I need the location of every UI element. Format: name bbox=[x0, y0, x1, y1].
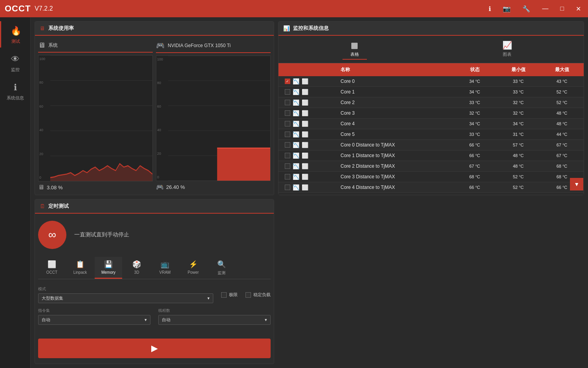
mode-select[interactable]: 大型数据集 ▾ bbox=[38, 293, 213, 303]
row-graph-icon[interactable]: 📉 bbox=[293, 89, 299, 95]
row-display-icon[interactable]: ⬜ bbox=[302, 89, 308, 95]
row-state: 34 °C bbox=[453, 76, 496, 87]
row-checkbox[interactable] bbox=[285, 110, 290, 116]
gpu-chart-section: 🎮 NVIDIA GeForce GTX 1050 Ti 10080604020… bbox=[156, 39, 271, 192]
test-tab-vram[interactable]: 📺 VRAM bbox=[151, 257, 179, 279]
row-checkbox[interactable] bbox=[285, 185, 290, 190]
row-display-icon[interactable]: ⬜ bbox=[302, 131, 308, 137]
row-name: Core 1 Distance to TjMAX bbox=[337, 150, 453, 161]
start-button[interactable]: ▶ bbox=[38, 339, 271, 358]
minimize-button[interactable]: — bbox=[540, 4, 551, 13]
row-checkbox[interactable] bbox=[285, 153, 290, 158]
row-graph-icon[interactable]: 📉 bbox=[293, 131, 299, 137]
row-graph-icon[interactable]: 📉 bbox=[293, 78, 299, 84]
mode-label: 模式 bbox=[38, 286, 213, 292]
row-graph-icon[interactable]: 📉 bbox=[293, 163, 299, 169]
row-display-icon[interactable]: ⬜ bbox=[302, 184, 308, 190]
row-name: Core 4 Distance to TjMAX bbox=[337, 182, 453, 193]
row-name: Core 2 bbox=[337, 97, 453, 108]
maximize-button[interactable]: □ bbox=[558, 4, 566, 13]
row-display-icon[interactable]: ⬜ bbox=[302, 152, 308, 159]
infinity-text: 一直测试直到手动停止 bbox=[74, 231, 129, 238]
sidebar-item-sysinfo[interactable]: ℹ 系统信息 bbox=[0, 78, 30, 104]
row-max: 52 °C bbox=[540, 87, 584, 97]
tab-chart[interactable]: 📈 图表 bbox=[495, 39, 520, 60]
settings-icon[interactable]: 🔧 bbox=[520, 4, 533, 13]
sidebar-item-monitor[interactable]: 👁 监控 bbox=[0, 49, 30, 76]
gpu-y-labels: 100806040200 bbox=[156, 56, 168, 181]
row-min: 48 °C bbox=[496, 150, 540, 161]
row-graph-icon[interactable]: 📉 bbox=[293, 142, 299, 148]
row-graph-icon[interactable]: 📉 bbox=[293, 174, 299, 180]
test-tab-3d[interactable]: 🎲 3D bbox=[123, 257, 150, 279]
row-graph-icon[interactable]: 📉 bbox=[293, 110, 299, 116]
start-button-row: ▶ bbox=[38, 336, 271, 361]
tab-table[interactable]: ▦ 表格 bbox=[343, 39, 367, 60]
row-controls-cell: 📉 ⬜ bbox=[278, 76, 337, 87]
memory-tab-icon: 💾 bbox=[104, 260, 113, 269]
monitoring-table: 名称 状态 最小值 最大值 📉 ⬜ Core 034 °C33 °C43 °C … bbox=[278, 63, 584, 195]
svg-marker-6 bbox=[50, 164, 152, 181]
info-icon[interactable]: ℹ bbox=[486, 4, 493, 13]
row-checkbox[interactable] bbox=[285, 100, 290, 105]
stable-checkbox-group[interactable]: 稳定负载 bbox=[245, 292, 271, 298]
row-checkbox[interactable] bbox=[285, 121, 290, 126]
extreme-checkbox-group[interactable]: 极限 bbox=[221, 292, 238, 298]
row-checkbox[interactable] bbox=[285, 79, 290, 84]
sidebar-label-monitor: 监控 bbox=[11, 67, 20, 73]
instruction-group: 指令集 自动 ▾ bbox=[38, 308, 150, 325]
thread-select[interactable]: 自动 ▾ bbox=[158, 315, 271, 325]
row-checkbox[interactable] bbox=[285, 163, 290, 169]
extreme-checkbox[interactable] bbox=[221, 292, 227, 298]
thread-chevron-icon: ▾ bbox=[265, 317, 267, 322]
test-tab-monitor[interactable]: 🔍 监测 bbox=[208, 257, 235, 279]
row-graph-icon[interactable]: 📉 bbox=[293, 121, 299, 127]
row-display-icon[interactable]: ⬜ bbox=[302, 121, 308, 127]
row-graph-icon[interactable]: 📉 bbox=[293, 99, 299, 106]
sidebar: 🔥 测试 👁 监控 ℹ 系统信息 bbox=[0, 17, 31, 368]
table-row: 📉 ⬜ Core 233 °C32 °C52 °C bbox=[278, 97, 584, 108]
row-checkbox[interactable] bbox=[285, 174, 290, 179]
svg-marker-13 bbox=[217, 148, 270, 181]
row-state: 33 °C bbox=[453, 129, 496, 140]
row-min: 56 °C bbox=[496, 193, 540, 195]
stable-checkbox[interactable] bbox=[245, 292, 251, 298]
row-display-icon[interactable]: ⬜ bbox=[302, 174, 308, 180]
test-tab-memory[interactable]: 💾 Memory bbox=[95, 257, 122, 279]
row-display-icon[interactable]: ⬜ bbox=[302, 78, 308, 84]
linpack-tab-icon: 📋 bbox=[76, 260, 84, 269]
row-controls: 📉 ⬜ bbox=[282, 152, 333, 159]
table-row: 📉 ⬜ Core 0 Distance to TjMAX66 °C57 °C67… bbox=[278, 140, 584, 150]
filter-button[interactable]: ▼ bbox=[570, 178, 583, 190]
timer-test-panel: 🗓 定时测试 ∞ 一直测试直到手动停止 ⬜ OCCT bbox=[35, 199, 274, 364]
row-graph-icon[interactable]: 📉 bbox=[293, 152, 299, 159]
test-tab-occt[interactable]: ⬜ OCCT bbox=[38, 257, 66, 279]
row-checkbox[interactable] bbox=[285, 142, 290, 148]
row-max: 43 °C bbox=[540, 76, 584, 87]
row-display-icon[interactable]: ⬜ bbox=[302, 110, 308, 116]
row-max: 48 °C bbox=[540, 108, 584, 119]
row-display-icon[interactable]: ⬜ bbox=[302, 163, 308, 169]
timer-test-header: 🗓 定时测试 bbox=[35, 200, 274, 214]
occt-tab-icon: ⬜ bbox=[48, 260, 56, 269]
col-max: 最大值 bbox=[540, 63, 584, 76]
camera-icon[interactable]: 📷 bbox=[500, 4, 513, 13]
test-tab-vram-label: VRAM bbox=[159, 270, 171, 275]
system-usage-panel: 🖥 系统使用率 🖥 系统 10080604 bbox=[35, 21, 274, 195]
row-controls-cell: 📉 ⬜ bbox=[278, 140, 337, 150]
close-button[interactable]: ✕ bbox=[573, 4, 583, 13]
row-checkbox[interactable] bbox=[285, 89, 290, 95]
row-graph-icon[interactable]: 📉 bbox=[293, 184, 299, 190]
monitoring-tabs: ▦ 表格 📈 图表 bbox=[278, 36, 584, 63]
test-tab-power[interactable]: ⚡ Power bbox=[180, 257, 207, 279]
instruction-select[interactable]: 自动 ▾ bbox=[38, 315, 150, 325]
titlebar: OCCT V7.2.2 ℹ 📷 🔧 — □ ✕ bbox=[0, 0, 588, 17]
row-display-icon[interactable]: ⬜ bbox=[302, 99, 308, 106]
row-checkbox[interactable] bbox=[285, 132, 290, 137]
row-display-icon[interactable]: ⬜ bbox=[302, 142, 308, 148]
test-tab-linpack[interactable]: 📋 Linpack bbox=[66, 257, 94, 279]
monitoring-table-wrapper: 名称 状态 最小值 最大值 📉 ⬜ Core 034 °C33 °C43 °C … bbox=[278, 63, 584, 195]
sidebar-item-test[interactable]: 🔥 测试 bbox=[0, 21, 30, 48]
mode-value: 大型数据集 bbox=[42, 295, 63, 301]
sidebar-label-test: 测试 bbox=[11, 38, 20, 44]
